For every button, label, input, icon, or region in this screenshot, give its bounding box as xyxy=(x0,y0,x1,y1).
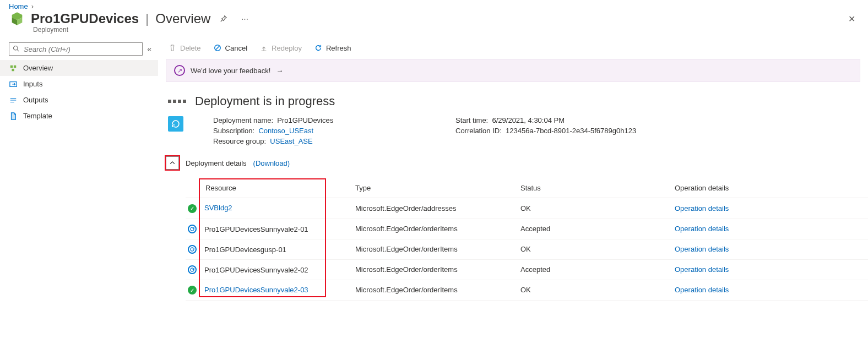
meta-correlation-label: Correlation ID: xyxy=(455,127,502,135)
meta-start-time-value: 6/29/2021, 4:30:04 PM xyxy=(492,116,565,124)
redeploy-icon xyxy=(259,43,268,52)
sidebar-item-label: Inputs xyxy=(23,80,42,88)
resource-type: Microsoft.EdgeOrder/orderItems xyxy=(351,280,516,301)
meta-resource-group-link[interactable]: USEast_ASE xyxy=(270,137,312,145)
chevron-up-icon xyxy=(169,160,176,166)
arrow-right-icon: → xyxy=(276,67,283,75)
resource-status: OK xyxy=(516,239,670,259)
success-icon: ✓ xyxy=(188,204,197,213)
resource-type: Microsoft.EdgeOrder/addresses xyxy=(351,198,516,219)
feedback-text: We'd love your feedback! xyxy=(191,67,270,75)
refresh-button[interactable]: Refresh xyxy=(314,43,351,52)
delete-button: Delete xyxy=(168,43,201,52)
page-section: Overview xyxy=(155,11,210,26)
svg-rect-2 xyxy=(14,65,16,67)
page-subtitle: Deployment xyxy=(0,26,868,39)
cancel-icon xyxy=(213,43,222,52)
inputs-icon xyxy=(9,80,18,88)
trash-icon xyxy=(168,43,177,52)
success-icon: ✓ xyxy=(188,286,197,295)
col-type: Type xyxy=(351,178,516,198)
search-input[interactable] xyxy=(9,42,143,56)
breadcrumb-home[interactable]: Home xyxy=(9,2,28,10)
resource-type: Microsoft.EdgeOrder/orderItems xyxy=(351,219,516,239)
sidebar-item-label: Outputs xyxy=(23,96,48,104)
redeploy-button: Redeploy xyxy=(259,43,302,52)
more-icon[interactable]: ⋯ xyxy=(237,11,252,26)
breadcrumb: Home › xyxy=(0,0,868,10)
meta-deployment-name-label: Deployment name: xyxy=(213,116,273,124)
table-row: ✓SVBldg2Microsoft.EdgeOrder/addressesOKO… xyxy=(186,198,868,219)
deployment-icon xyxy=(168,116,183,132)
collapse-sidebar-icon[interactable]: « xyxy=(147,45,151,53)
table-row: Pro1GPUDevicesSunnyvale2-01Microsoft.Edg… xyxy=(186,219,868,239)
operation-details-link[interactable]: Operation details xyxy=(675,265,729,274)
search-field[interactable] xyxy=(23,45,139,54)
meta-resource-group-label: Resource group: xyxy=(213,137,266,145)
resource-name: Pro1GPUDevicesgusp-01 xyxy=(204,246,286,254)
details-label: Deployment details xyxy=(186,159,247,167)
resource-name[interactable]: Pro1GPUDevicesSunnyvale2-03 xyxy=(204,286,308,294)
resource-name: Pro1GPUDevicesSunnyvale2-01 xyxy=(204,225,308,233)
cancel-button[interactable]: Cancel xyxy=(213,43,247,52)
meta-correlation-value: 123456a-7bcd-8901-2e34-5f6789g0h123 xyxy=(506,127,636,135)
svg-rect-3 xyxy=(12,68,14,70)
table-row: Pro1GPUDevicesgusp-01Microsoft.EdgeOrder… xyxy=(186,239,868,259)
deployment-table: Resource Type Status Operation details ✓… xyxy=(186,178,868,301)
details-toggle[interactable] xyxy=(166,156,179,170)
outputs-icon xyxy=(9,96,18,104)
template-icon xyxy=(9,112,18,120)
svg-point-0 xyxy=(14,46,18,50)
sidebar-item-template[interactable]: Template xyxy=(0,108,158,124)
resource-name[interactable]: SVBldg2 xyxy=(204,204,232,212)
resource-type: Microsoft.EdgeOrder/orderItems xyxy=(351,239,516,259)
sidebar-item-overview[interactable]: Overview xyxy=(0,60,158,76)
page-title: Pro1GPUDevices xyxy=(31,11,139,26)
col-status: Status xyxy=(516,178,670,198)
sidebar-item-label: Overview xyxy=(23,64,53,72)
sidebar-item-label: Template xyxy=(23,112,52,120)
operation-details-link[interactable]: Operation details xyxy=(675,286,729,294)
in-progress-icon xyxy=(188,265,197,274)
table-row: Pro1GPUDevicesSunnyvale2-02Microsoft.Edg… xyxy=(186,259,868,280)
in-progress-icon xyxy=(188,225,197,233)
resource-status: OK xyxy=(516,198,670,219)
search-icon xyxy=(13,45,19,53)
resource-icon xyxy=(9,10,25,27)
resource-status: OK xyxy=(516,280,670,301)
close-icon[interactable]: ✕ xyxy=(844,11,859,26)
toolbar: Delete Cancel Redeploy Refresh xyxy=(166,39,860,59)
in-progress-icon xyxy=(188,245,197,254)
table-row: ✓Pro1GPUDevicesSunnyvale2-03Microsoft.Ed… xyxy=(186,280,868,301)
resource-name: Pro1GPUDevicesSunnyvale2-02 xyxy=(204,266,308,274)
meta-subscription-link[interactable]: Contoso_USEast xyxy=(258,127,313,135)
feedback-banner[interactable]: ↗ We'd love your feedback! → xyxy=(166,59,860,82)
sidebar: « Overview Inputs Outputs Template xyxy=(0,39,158,349)
resource-type: Microsoft.EdgeOrder/orderItems xyxy=(351,259,516,280)
operation-details-link[interactable]: Operation details xyxy=(675,204,729,212)
chevron-right-icon: › xyxy=(31,2,34,10)
refresh-icon xyxy=(314,43,323,52)
meta-start-time-label: Start time: xyxy=(455,116,488,124)
feedback-icon: ↗ xyxy=(174,65,185,76)
main-content: Delete Cancel Redeploy Refresh ↗ We'd lo… xyxy=(158,39,868,349)
cubes-icon xyxy=(9,64,18,72)
pin-icon[interactable] xyxy=(216,11,231,26)
meta-deployment-name-value: Pro1GPUDevices xyxy=(277,116,333,124)
svg-rect-1 xyxy=(10,65,13,67)
download-link[interactable]: (Download) xyxy=(253,159,290,167)
resource-status: Accepted xyxy=(516,259,670,280)
sidebar-item-inputs[interactable]: Inputs xyxy=(0,76,158,92)
operation-details-link[interactable]: Operation details xyxy=(675,225,729,233)
status-title: Deployment is in progress xyxy=(195,94,335,108)
meta-subscription-label: Subscription: xyxy=(213,127,254,135)
col-operation: Operation details xyxy=(670,178,868,198)
operation-details-link[interactable]: Operation details xyxy=(675,245,729,253)
sidebar-item-outputs[interactable]: Outputs xyxy=(0,92,158,108)
progress-icon xyxy=(168,100,186,103)
resource-status: Accepted xyxy=(516,219,670,239)
col-resource: Resource xyxy=(186,178,351,198)
